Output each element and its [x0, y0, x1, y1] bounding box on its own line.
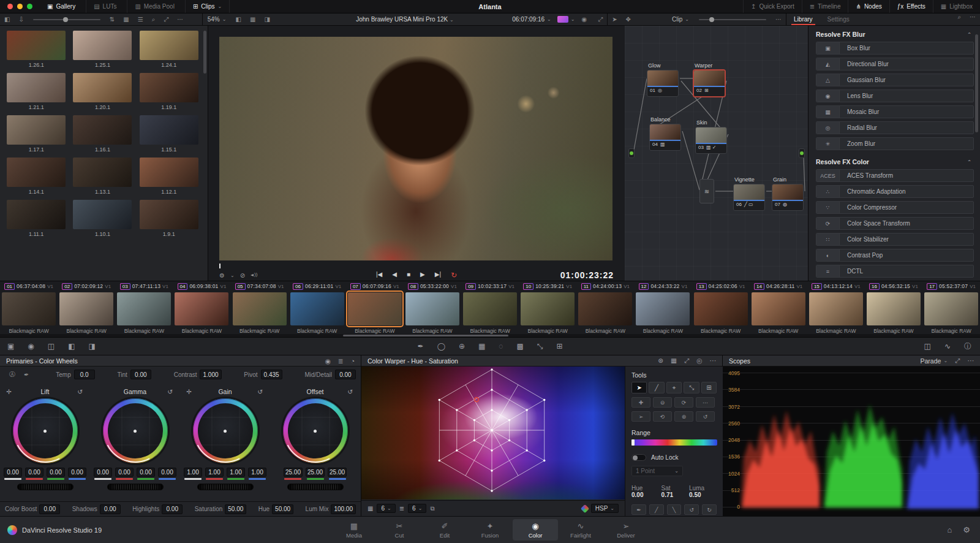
channel-value-cell[interactable]: 0.00: [4, 468, 22, 480]
Deliver[interactable]: ➢ Deliver: [603, 519, 649, 541]
play-reverse-button[interactable]: ◀: [392, 271, 397, 279]
still-thumbnail[interactable]: [140, 200, 198, 229]
library-options-icon[interactable]: ⋯: [965, 13, 980, 25]
slider-value[interactable]: 0.00: [162, 504, 183, 514]
project-settings-icon[interactable]: ⚙: [963, 525, 970, 534]
Warper[interactable]: Warper 02 ⊞: [693, 63, 725, 97]
clip-thumbnail[interactable]: [59, 292, 113, 325]
rotate-select-button[interactable]: ⟲: [653, 411, 672, 422]
master-wheel-icon[interactable]: ✛: [6, 388, 12, 395]
control-value[interactable]: 1.000: [200, 370, 221, 379]
viewer-jog-bar[interactable]: [219, 264, 612, 268]
clip-thumbnail[interactable]: [809, 292, 863, 325]
param-value[interactable]: 0.71: [662, 492, 673, 498]
more-options-icon[interactable]: ⋯: [771, 16, 786, 23]
warper-wheel-icon[interactable]: ⊛: [658, 357, 663, 365]
thumbnail-size-slider[interactable]: [33, 19, 100, 20]
Fusion[interactable]: ✦ Fusion: [467, 519, 513, 541]
Luma[interactable]: Luma 0.50: [689, 485, 717, 498]
wheel-center-indicator[interactable]: [314, 430, 317, 433]
Edit[interactable]: ✐ Edit: [422, 519, 467, 541]
Color Compressor[interactable]: ∵ Color Compressor: [816, 201, 974, 214]
still-thumbnail[interactable]: [73, 115, 132, 145]
play-button[interactable]: ▶: [420, 271, 425, 279]
color-viewer-icon[interactable]: ◉: [577, 16, 591, 23]
node-box[interactable]: 03 ▥ ✓: [695, 127, 727, 154]
split-view-icon[interactable]: ▦: [246, 16, 260, 23]
gallery-still[interactable]: 1.14.1: [6, 158, 66, 199]
pin-tool[interactable]: ⌖: [666, 382, 682, 393]
still-thumbnail[interactable]: [7, 158, 66, 187]
timeline-clip[interactable]: 15 04:13:12:14 V1 Blackmagic RAW: [807, 281, 865, 337]
still-thumbnail[interactable]: [73, 73, 132, 102]
tracker-icon[interactable]: ⊕: [459, 342, 465, 351]
sort-icon[interactable]: ⇅: [105, 16, 119, 23]
channel-value[interactable]: 1.00: [227, 468, 245, 477]
master-wheel-dial[interactable]: [197, 484, 254, 490]
channel-value[interactable]: 0.00: [137, 468, 155, 477]
channel-value[interactable]: 0.00: [94, 468, 112, 477]
Quick Export[interactable]: ↥ Quick Export: [743, 0, 802, 13]
expand-viewer-icon[interactable]: ⤢: [594, 16, 607, 23]
source-input-node[interactable]: [628, 148, 635, 158]
timeline-clip[interactable]: 07 06:07:09:16 V1 Blackmagic RAW: [346, 281, 404, 337]
clip-thumbnail[interactable]: [521, 292, 575, 325]
channel-value[interactable]: 25.00: [306, 468, 325, 477]
color-wheel[interactable]: [193, 398, 258, 463]
still-thumbnail[interactable]: [73, 158, 132, 187]
Hue[interactable]: Hue 0.00: [631, 485, 655, 498]
clip-thumbnail[interactable]: [348, 292, 402, 325]
redo-button[interactable]: ↻: [702, 504, 717, 515]
gallery-still[interactable]: 1.16.1: [72, 115, 132, 156]
gallery-still[interactable]: 1.17.1: [6, 115, 66, 156]
transform-button[interactable]: ⟳: [674, 397, 693, 408]
lut-3d-icon[interactable]: ⊞: [556, 342, 562, 351]
sat-divisions-select[interactable]: 6 ⌄: [408, 504, 426, 513]
clip-thumbnail[interactable]: [463, 292, 517, 325]
range-marker[interactable]: [631, 439, 635, 446]
camera-raw-icon[interactable]: [557, 16, 568, 23]
channel-value-cell[interactable]: 1.00: [248, 468, 266, 480]
Saturation[interactable]: Saturation 50.00: [195, 504, 247, 514]
still-thumbnail[interactable]: [73, 31, 132, 60]
gallery-still[interactable]: 1.9.1: [139, 200, 199, 241]
channel-value[interactable]: 1.00: [248, 468, 266, 477]
keyframe-icon[interactable]: ▦: [478, 342, 485, 351]
wheels-mode-icon[interactable]: ◉: [325, 357, 331, 365]
channel-value[interactable]: 25.00: [328, 468, 347, 477]
search-icon[interactable]: ⌕: [148, 16, 160, 23]
channel-value-cell[interactable]: 0.00: [137, 468, 155, 480]
qualifier-picker-icon[interactable]: ✒: [417, 342, 423, 351]
scope-options-icon[interactable]: ⋯: [968, 357, 974, 365]
timeline-clip[interactable]: 06 06:29:11:01 V1 Blackmagic RAW: [288, 281, 346, 337]
add-point-button[interactable]: ✚: [631, 397, 650, 408]
master-wheel-icon[interactable]: ✛: [186, 388, 192, 395]
list-view-icon[interactable]: ☰: [134, 16, 148, 23]
channel-value-cell[interactable]: 0.00: [158, 468, 176, 480]
clip-thumbnail[interactable]: [175, 292, 228, 325]
timeline-clip[interactable]: 17 05:52:37:07 V1 Blackmagic RAW: [922, 281, 980, 337]
scope-expand-icon[interactable]: ⤢: [955, 357, 960, 365]
gallery-still[interactable]: 1.11.1: [6, 200, 66, 241]
grid-tool[interactable]: ⊞: [701, 382, 717, 393]
Tint[interactable]: Tint 0.00: [118, 370, 151, 379]
draw-tool[interactable]: ╱: [649, 382, 664, 393]
hue-divisions-select[interactable]: 6 ⌄: [377, 504, 395, 513]
undo-button[interactable]: ↺: [684, 504, 699, 515]
Effects[interactable]: ƒx Effects: [889, 0, 933, 13]
minimize-window-button[interactable]: [17, 4, 23, 9]
reset-wheel-icon[interactable]: ↺: [167, 388, 173, 395]
gallery-still[interactable]: 1.24.1: [139, 31, 199, 72]
still-thumbnail[interactable]: [140, 31, 198, 60]
timeline-clip[interactable]: 03 07:47:11:13 V1 Blackmagic RAW: [115, 281, 173, 337]
loop-button[interactable]: ↻: [451, 271, 457, 279]
timeline-clip[interactable]: 01 06:37:04:08 V1 Blackmagic RAW: [0, 281, 58, 337]
timeline-clip[interactable]: 11 04:24:00:13 V1 Blackmagic RAW: [576, 281, 634, 337]
control-value[interactable]: 0.00: [130, 370, 151, 379]
gallery-still[interactable]: 1.13.1: [72, 158, 132, 199]
curves-monitor-icon[interactable]: ∿: [944, 342, 951, 351]
playhead-marker[interactable]: [219, 264, 221, 268]
timeline-clip[interactable]: 10 10:25:39:21 V1 Blackmagic RAW: [519, 281, 576, 337]
close-window-button[interactable]: [7, 4, 13, 9]
timeline-clip[interactable]: 08 05:33:22:00 V1 Blackmagic RAW: [404, 281, 461, 337]
